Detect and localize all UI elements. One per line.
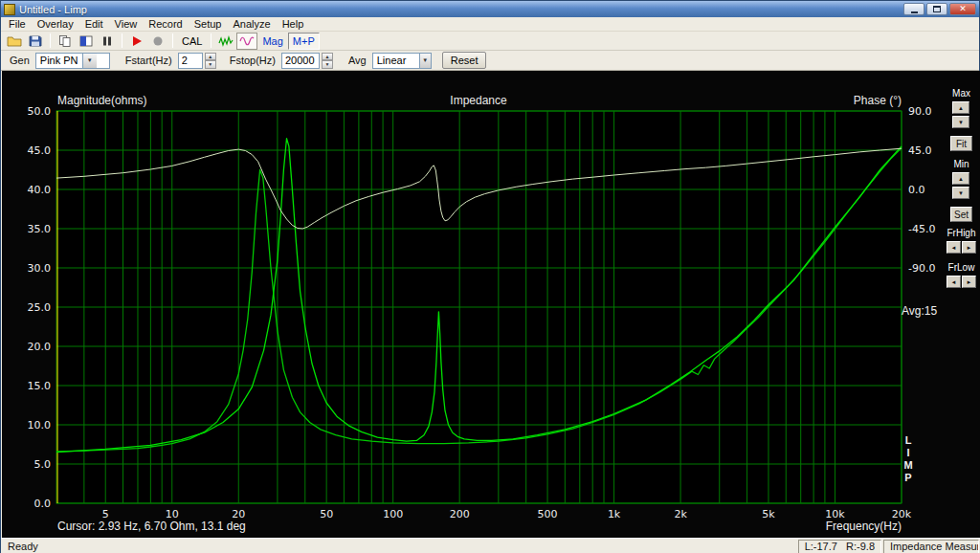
y-left-tick-label: 35.0 [28,223,52,235]
calibrate-label: CAL [178,35,206,47]
status-bar: Ready L:-17.7 R:-9.8 Impedance Measureme… [1,538,980,553]
generator-bar: Gen Pink PN ▼ Fstart(Hz) ▲ ▼ Fstop(Hz) ▲… [1,51,979,71]
x-tick-label: 50 [320,508,333,520]
frlow-arrows: ◄ ► [947,276,977,288]
right-axis-title: Phase (°) [811,94,902,107]
frhigh-label: FrHigh [943,228,980,238]
fstart-up-button[interactable]: ▲ [205,53,216,61]
window-controls: ✕ [903,3,976,15]
y-left-tick-label: 45.0 [28,144,52,157]
x-tick-label: 2k [674,508,687,520]
fstop-input[interactable] [281,53,320,69]
chart-area: 50.045.040.035.030.025.020.015.010.05.00… [2,71,980,538]
app-icon [4,4,15,15]
close-button[interactable]: ✕ [949,3,976,15]
sine-icon [239,34,255,48]
y-left-tick-label: 50.0 [28,105,52,118]
fstart-input[interactable] [178,53,203,69]
x-tick-label: 200 [450,508,470,520]
fstop-up-button[interactable]: ▲ [322,53,333,61]
y-right-tick-label: 45.0 [908,144,932,157]
frlow-right-button[interactable]: ► [962,276,976,288]
fstop-down-button[interactable]: ▼ [322,60,333,69]
minimize-button[interactable] [903,3,924,15]
color-setup-button[interactable] [76,33,97,50]
x-tick-label: 5k [762,508,775,520]
status-ready: Ready [1,541,798,552]
limp-window: Untitled - Limp ✕ File Overlay Edit View… [0,0,980,553]
magnitude-phase-view-button[interactable]: M+P [288,33,320,50]
save-icon [28,34,43,48]
set-button[interactable]: Set [950,207,972,222]
avg-label: Avg [345,55,369,66]
limp-letter: I [902,447,914,459]
menu-file[interactable]: File [3,17,32,31]
maximize-icon [933,6,941,12]
reset-button[interactable]: Reset [442,52,487,69]
min-up-button[interactable]: ▲ [952,172,969,185]
toolbar: CAL Mag M+P [1,32,979,51]
max-down-button[interactable]: ▼ [952,116,969,128]
y-left-tick-label: 30.0 [28,262,52,275]
limp-letter: M [902,459,914,472]
start-recording-button[interactable] [126,33,147,50]
calibrate-button[interactable]: CAL [177,33,207,50]
y-left-tick-label: 0.0 [34,498,52,510]
toolbar-separator [122,33,122,48]
chevron-down-icon[interactable]: ▼ [419,54,431,68]
noise-generator-button[interactable] [215,33,236,50]
pause-button[interactable] [97,33,118,50]
max-up-button[interactable]: ▲ [952,101,969,114]
menu-record[interactable]: Record [143,17,188,31]
y-left-tick-label: 20.0 [28,341,52,353]
gen-label: Gen [7,55,33,66]
averaging-select[interactable]: Linear ▼ [372,53,432,69]
menu-setup[interactable]: Setup [189,17,228,31]
menu-edit[interactable]: Edit [79,17,109,31]
sine-generator-button[interactable] [236,33,257,50]
magnitude-view-button[interactable]: Mag [257,33,287,50]
limp-letter: P [902,472,914,484]
play-icon [129,34,145,48]
fit-button[interactable]: Fit [950,136,972,151]
save-button[interactable] [25,33,46,50]
impedance-plot[interactable]: 50.045.040.035.030.025.020.015.010.05.00… [2,71,943,538]
stop-recording-button[interactable] [147,33,168,50]
min-down-button[interactable]: ▼ [952,187,969,199]
y-left-tick-label: 25.0 [28,301,52,314]
fstart-spinner: ▲ ▼ [205,53,216,69]
menu-overlay[interactable]: Overlay [32,17,79,31]
status-input-levels: L:-17.7 R:-9.8 [798,540,881,553]
fstart-down-button[interactable]: ▼ [205,60,216,69]
chevron-down-icon[interactable]: ▼ [82,54,97,68]
left-axis-title: Magnitude(ohms) [57,94,146,107]
frhigh-left-button[interactable]: ◄ [947,241,961,254]
title-bar[interactable]: Untitled - Limp ✕ [1,1,979,17]
noise-icon [218,34,234,48]
open-file-button[interactable] [4,33,25,50]
maximize-button[interactable] [926,3,947,15]
generator-select-value: Pink PN [36,55,82,66]
frhigh-right-button[interactable]: ► [962,241,976,254]
frlow-left-button[interactable]: ◄ [947,276,961,288]
x-axis-title: Frequency(Hz) [785,520,902,533]
max-label: Max [943,88,980,99]
menu-analyze[interactable]: Analyze [227,17,276,31]
menu-view[interactable]: View [109,17,144,31]
generator-select[interactable]: Pink PN ▼ [35,53,110,69]
y-right-tick-label: -45.0 [908,223,935,235]
record-icon [150,34,166,48]
magnitude-phase-view-label: M+P [289,35,319,47]
frlow-label: FrLow [943,262,980,273]
menu-help[interactable]: Help [277,17,310,31]
y-right-tick-label: 0.0 [908,184,925,196]
pause-icon [100,34,115,48]
toolbar-separator [211,33,212,48]
side-panel: Max ▲ ▼ Fit Min ▲ ▼ Set FrHigh ◄ ► FrLow… [943,71,980,538]
y-left-tick-label: 5.0 [34,458,52,471]
x-tick-label: 500 [538,508,558,520]
cursor-readout: Cursor: 2.93 Hz, 6.70 Ohm, 13.1 deg [57,520,246,533]
y-right-tick-label: 90.0 [908,105,932,118]
copy-button[interactable] [55,33,76,50]
x-tick-label: 1k [608,508,621,520]
